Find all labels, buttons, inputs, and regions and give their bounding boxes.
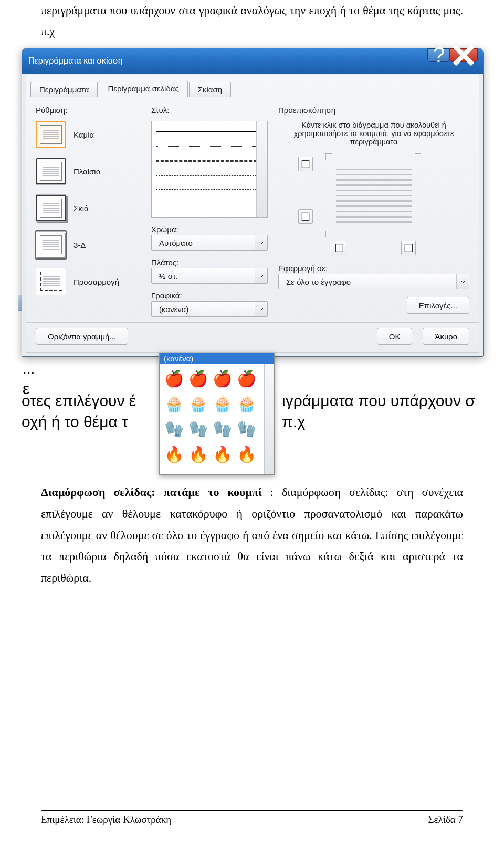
- tab-shading[interactable]: Σκίαση: [189, 82, 231, 97]
- description-lead: Διαμόρφωση σελίδας: πατάμε το κουμπί: [41, 485, 262, 499]
- apple-icon: 🍎: [163, 367, 185, 389]
- shadow-icon: [36, 194, 66, 222]
- none-icon: [36, 121, 66, 148]
- bg-text-line-1: οτες επιλέγουν έ: [22, 392, 136, 410]
- bg-peek-dots: ...: [23, 361, 44, 378]
- chevron-down-icon: [255, 302, 267, 316]
- preview-hint: Κάντε κλικ στο διάγραμμα που ακολουθεί ή…: [292, 121, 456, 146]
- edge-bottom-button[interactable]: [298, 209, 313, 224]
- help-button[interactable]: ?: [427, 48, 449, 62]
- flame-icon: 🔥: [211, 443, 233, 465]
- box-icon: [36, 158, 66, 185]
- color-select[interactable]: Αυτόματο: [151, 235, 268, 251]
- svg-rect-3: [302, 213, 309, 220]
- three-d-icon: [36, 231, 66, 258]
- dropdown-selected[interactable]: (κανένα): [160, 353, 274, 364]
- horizontal-line-button[interactable]: Οριζόντια γραμμή...: [36, 328, 128, 345]
- setting-shadow[interactable]: Σκιά: [36, 194, 141, 222]
- footer-page: Σελίδα 7: [428, 814, 463, 825]
- setting-custom[interactable]: Προσαρμογή: [36, 268, 141, 295]
- tab-page-border-label: Περίγραμμα σελίδας: [108, 84, 178, 93]
- dropdown-list[interactable]: 🍎 🍎 🍎 🍎 🧁 🧁 🧁 🧁 🧤 🧤 🧤 🧤: [160, 364, 274, 474]
- setting-box-label: Πλαίσιο: [74, 167, 100, 176]
- style-list[interactable]: [151, 121, 268, 218]
- style-dash-thick: [156, 160, 257, 162]
- borders-shading-dialog: Περιγράμματα και σκίαση ? Περιγράμματα Π…: [22, 48, 484, 357]
- mitten-icon: 🧤: [235, 418, 257, 440]
- intro-paragraph: περιγράμματα που υπάρχουν στα γραφικά αν…: [41, 0, 463, 42]
- tab-borders-label: Περιγράμματα: [39, 85, 89, 94]
- style-dash: [156, 175, 257, 176]
- setting-label: Ρύθμιση:: [36, 106, 141, 115]
- edge-right-button[interactable]: [401, 241, 416, 255]
- setting-custom-label: Προσαρμογή: [74, 277, 119, 286]
- svg-rect-7: [405, 244, 412, 252]
- close-button[interactable]: [449, 48, 478, 62]
- style-solid: [156, 131, 257, 132]
- cake-icon: 🧁: [211, 392, 233, 415]
- style-label: Στυλ:: [151, 106, 268, 115]
- width-value: ½ στ.: [159, 272, 178, 281]
- dialog-titlebar: Περιγράμματα και σκίαση ?: [22, 48, 483, 74]
- tab-shading-label: Σκίαση: [198, 85, 222, 94]
- edge-top-button[interactable]: [298, 157, 313, 171]
- svg-rect-1: [302, 160, 309, 168]
- preview-label: Προεπισκόπηση: [278, 106, 469, 115]
- custom-icon: [36, 268, 66, 295]
- setting-3d[interactable]: 3-Δ: [36, 231, 141, 258]
- tab-borders[interactable]: Περιγράμματα: [30, 82, 98, 97]
- art-row-apples[interactable]: 🍎 🍎 🍎 🍎: [163, 367, 264, 389]
- tab-page-border[interactable]: Περίγραμμα σελίδας: [99, 81, 187, 97]
- corner-tick: [326, 153, 332, 160]
- svg-text:?: ?: [433, 45, 445, 66]
- dialog-title: Περιγράμματα και σκίαση: [28, 56, 123, 66]
- setting-none[interactable]: Καμία: [36, 121, 141, 148]
- apple-icon: 🍎: [235, 367, 257, 389]
- apple-icon: 🍎: [211, 367, 233, 389]
- setting-none-label: Καμία: [74, 130, 94, 139]
- page-footer: Επιμέλεια: Γεωργία Κλωστράκη Σελίδα 7: [41, 810, 463, 825]
- preview-diagram[interactable]: [295, 153, 453, 237]
- cancel-button[interactable]: Άκυρο: [423, 328, 469, 345]
- description-rest: : διαμόρφωση σελίδας: στη συνέχεια επιλέ…: [41, 485, 463, 584]
- edge-left-button[interactable]: [332, 241, 346, 255]
- setting-shadow-label: Σκιά: [74, 204, 89, 213]
- art-row-mitten[interactable]: 🧤 🧤 🧤 🧤: [163, 418, 264, 440]
- style-dashdot: [156, 189, 257, 191]
- cake-icon: 🧁: [163, 392, 185, 415]
- chevron-down-icon: [456, 274, 469, 289]
- corner-tick: [415, 153, 421, 160]
- setting-3d-label: 3-Δ: [74, 241, 86, 250]
- setting-box[interactable]: Πλαίσιο: [36, 158, 141, 185]
- style-fine-dotted: [156, 146, 257, 147]
- mitten-icon: 🧤: [187, 418, 209, 440]
- dialog-tabs: Περιγράμματα Περίγραμμα σελίδας Σκίαση: [26, 75, 479, 97]
- preview-text-block: [336, 158, 412, 233]
- chevron-down-icon: [255, 268, 267, 283]
- bg-text-right-2: π.χ: [282, 413, 306, 431]
- art-label: Γραφικά:: [151, 291, 268, 300]
- bg-text-right-1: ιγράμματα που υπάρχουν σ: [282, 392, 475, 410]
- color-value: Αυτόματο: [159, 239, 193, 247]
- dialog-screenshot: Δ Lo ... ε Περιγράμματα και σκίαση ?: [22, 48, 495, 447]
- flame-icon: 🔥: [187, 443, 209, 465]
- options-button[interactable]: Επιλογές...: [407, 297, 469, 314]
- mitten-icon: 🧤: [163, 418, 185, 440]
- art-dropdown-open[interactable]: (κανένα) 🍎 🍎 🍎 🍎 🧁 🧁 🧁 🧁 🧤 🧤: [159, 353, 275, 475]
- width-select[interactable]: ½ στ.: [151, 268, 268, 284]
- ok-button[interactable]: OK: [377, 328, 413, 345]
- art-row-flame[interactable]: 🔥 🔥 🔥 🔥: [163, 443, 264, 465]
- mitten-icon: 🧤: [211, 418, 233, 440]
- corner-tick: [415, 231, 421, 237]
- cake-icon: 🧁: [187, 392, 209, 415]
- art-select[interactable]: (κανένα): [151, 301, 268, 317]
- svg-rect-5: [335, 244, 343, 252]
- color-label: Χρώμα:: [151, 225, 268, 234]
- art-row-cake[interactable]: 🧁 🧁 🧁 🧁: [163, 392, 264, 415]
- art-value: (κανένα): [159, 305, 188, 314]
- flame-icon: 🔥: [235, 443, 257, 465]
- apply-value: Σε όλο το έγγραφο: [286, 277, 351, 286]
- chevron-down-icon: [255, 235, 267, 250]
- apply-select[interactable]: Σε όλο το έγγραφο: [278, 274, 469, 289]
- apply-label: Εφαρμογή σε:: [278, 264, 469, 273]
